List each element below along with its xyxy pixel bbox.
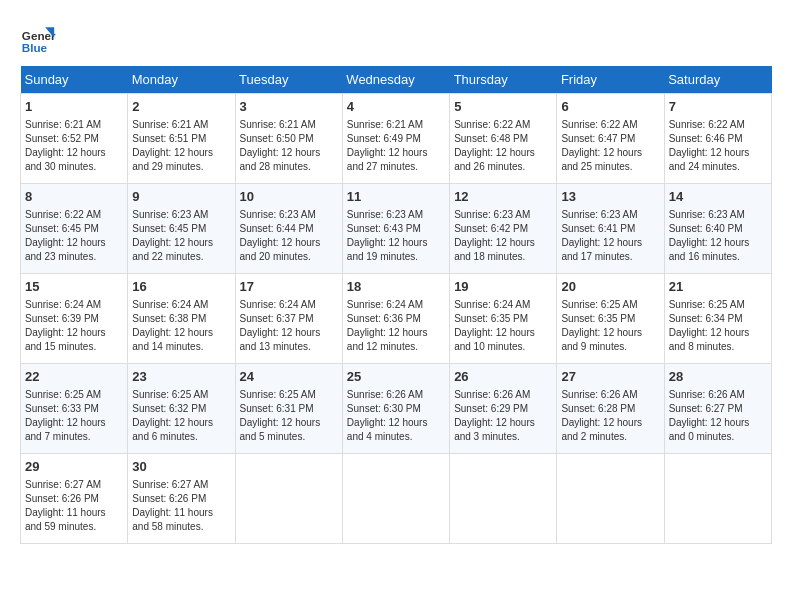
sunset-text: Sunset: 6:32 PM (132, 403, 206, 414)
sunset-text: Sunset: 6:31 PM (240, 403, 314, 414)
day-number: 7 (669, 98, 767, 116)
daylight-text: Daylight: 12 hours and 15 minutes. (25, 327, 106, 352)
day-number: 16 (132, 278, 230, 296)
sunset-text: Sunset: 6:27 PM (669, 403, 743, 414)
day-number: 17 (240, 278, 338, 296)
calendar-day-cell: 16Sunrise: 6:24 AMSunset: 6:38 PMDayligh… (128, 274, 235, 364)
logo-icon: General Blue (20, 20, 56, 56)
calendar-week-row: 29Sunrise: 6:27 AMSunset: 6:26 PMDayligh… (21, 454, 772, 544)
calendar-table: SundayMondayTuesdayWednesdayThursdayFrid… (20, 66, 772, 544)
page-header: General Blue (20, 20, 772, 56)
daylight-text: Daylight: 11 hours and 59 minutes. (25, 507, 106, 532)
sunrise-text: Sunrise: 6:23 AM (132, 209, 208, 220)
daylight-text: Daylight: 12 hours and 20 minutes. (240, 237, 321, 262)
sunset-text: Sunset: 6:43 PM (347, 223, 421, 234)
calendar-day-cell: 4Sunrise: 6:21 AMSunset: 6:49 PMDaylight… (342, 94, 449, 184)
sunset-text: Sunset: 6:39 PM (25, 313, 99, 324)
col-header-sunday: Sunday (21, 66, 128, 94)
calendar-day-cell: 22Sunrise: 6:25 AMSunset: 6:33 PMDayligh… (21, 364, 128, 454)
calendar-day-cell: 6Sunrise: 6:22 AMSunset: 6:47 PMDaylight… (557, 94, 664, 184)
sunrise-text: Sunrise: 6:26 AM (347, 389, 423, 400)
sunset-text: Sunset: 6:29 PM (454, 403, 528, 414)
sunrise-text: Sunrise: 6:21 AM (240, 119, 316, 130)
daylight-text: Daylight: 12 hours and 7 minutes. (25, 417, 106, 442)
col-header-friday: Friday (557, 66, 664, 94)
sunset-text: Sunset: 6:47 PM (561, 133, 635, 144)
calendar-day-cell: 2Sunrise: 6:21 AMSunset: 6:51 PMDaylight… (128, 94, 235, 184)
daylight-text: Daylight: 12 hours and 10 minutes. (454, 327, 535, 352)
calendar-week-row: 1Sunrise: 6:21 AMSunset: 6:52 PMDaylight… (21, 94, 772, 184)
sunset-text: Sunset: 6:35 PM (454, 313, 528, 324)
sunset-text: Sunset: 6:34 PM (669, 313, 743, 324)
day-number: 22 (25, 368, 123, 386)
daylight-text: Daylight: 12 hours and 0 minutes. (669, 417, 750, 442)
daylight-text: Daylight: 12 hours and 27 minutes. (347, 147, 428, 172)
sunrise-text: Sunrise: 6:24 AM (347, 299, 423, 310)
sunrise-text: Sunrise: 6:22 AM (25, 209, 101, 220)
sunrise-text: Sunrise: 6:23 AM (561, 209, 637, 220)
sunrise-text: Sunrise: 6:23 AM (347, 209, 423, 220)
daylight-text: Daylight: 12 hours and 22 minutes. (132, 237, 213, 262)
calendar-day-cell: 30Sunrise: 6:27 AMSunset: 6:26 PMDayligh… (128, 454, 235, 544)
daylight-text: Daylight: 12 hours and 25 minutes. (561, 147, 642, 172)
day-number: 14 (669, 188, 767, 206)
calendar-day-cell: 19Sunrise: 6:24 AMSunset: 6:35 PMDayligh… (450, 274, 557, 364)
sunset-text: Sunset: 6:40 PM (669, 223, 743, 234)
sunset-text: Sunset: 6:45 PM (132, 223, 206, 234)
daylight-text: Daylight: 12 hours and 16 minutes. (669, 237, 750, 262)
calendar-day-cell: 28Sunrise: 6:26 AMSunset: 6:27 PMDayligh… (664, 364, 771, 454)
calendar-header-row: SundayMondayTuesdayWednesdayThursdayFrid… (21, 66, 772, 94)
daylight-text: Daylight: 12 hours and 18 minutes. (454, 237, 535, 262)
sunrise-text: Sunrise: 6:25 AM (25, 389, 101, 400)
sunrise-text: Sunrise: 6:22 AM (561, 119, 637, 130)
calendar-day-cell: 20Sunrise: 6:25 AMSunset: 6:35 PMDayligh… (557, 274, 664, 364)
sunrise-text: Sunrise: 6:24 AM (132, 299, 208, 310)
calendar-day-cell (557, 454, 664, 544)
calendar-day-cell: 29Sunrise: 6:27 AMSunset: 6:26 PMDayligh… (21, 454, 128, 544)
daylight-text: Daylight: 12 hours and 2 minutes. (561, 417, 642, 442)
daylight-text: Daylight: 12 hours and 17 minutes. (561, 237, 642, 262)
sunset-text: Sunset: 6:33 PM (25, 403, 99, 414)
calendar-day-cell: 27Sunrise: 6:26 AMSunset: 6:28 PMDayligh… (557, 364, 664, 454)
col-header-saturday: Saturday (664, 66, 771, 94)
calendar-day-cell: 17Sunrise: 6:24 AMSunset: 6:37 PMDayligh… (235, 274, 342, 364)
sunset-text: Sunset: 6:37 PM (240, 313, 314, 324)
sunset-text: Sunset: 6:30 PM (347, 403, 421, 414)
sunset-text: Sunset: 6:28 PM (561, 403, 635, 414)
day-number: 28 (669, 368, 767, 386)
day-number: 2 (132, 98, 230, 116)
day-number: 24 (240, 368, 338, 386)
sunrise-text: Sunrise: 6:21 AM (347, 119, 423, 130)
daylight-text: Daylight: 12 hours and 29 minutes. (132, 147, 213, 172)
calendar-day-cell: 23Sunrise: 6:25 AMSunset: 6:32 PMDayligh… (128, 364, 235, 454)
day-number: 15 (25, 278, 123, 296)
sunrise-text: Sunrise: 6:21 AM (25, 119, 101, 130)
calendar-day-cell (342, 454, 449, 544)
sunrise-text: Sunrise: 6:24 AM (454, 299, 530, 310)
daylight-text: Daylight: 12 hours and 14 minutes. (132, 327, 213, 352)
calendar-day-cell: 3Sunrise: 6:21 AMSunset: 6:50 PMDaylight… (235, 94, 342, 184)
daylight-text: Daylight: 12 hours and 30 minutes. (25, 147, 106, 172)
sunset-text: Sunset: 6:42 PM (454, 223, 528, 234)
sunrise-text: Sunrise: 6:27 AM (132, 479, 208, 490)
calendar-day-cell (450, 454, 557, 544)
calendar-day-cell: 9Sunrise: 6:23 AMSunset: 6:45 PMDaylight… (128, 184, 235, 274)
sunrise-text: Sunrise: 6:26 AM (669, 389, 745, 400)
calendar-day-cell: 1Sunrise: 6:21 AMSunset: 6:52 PMDaylight… (21, 94, 128, 184)
calendar-day-cell: 5Sunrise: 6:22 AMSunset: 6:48 PMDaylight… (450, 94, 557, 184)
sunset-text: Sunset: 6:38 PM (132, 313, 206, 324)
calendar-day-cell (664, 454, 771, 544)
calendar-day-cell: 14Sunrise: 6:23 AMSunset: 6:40 PMDayligh… (664, 184, 771, 274)
day-number: 29 (25, 458, 123, 476)
daylight-text: Daylight: 12 hours and 28 minutes. (240, 147, 321, 172)
sunset-text: Sunset: 6:48 PM (454, 133, 528, 144)
day-number: 1 (25, 98, 123, 116)
calendar-day-cell: 21Sunrise: 6:25 AMSunset: 6:34 PMDayligh… (664, 274, 771, 364)
logo: General Blue (20, 20, 56, 56)
sunrise-text: Sunrise: 6:25 AM (132, 389, 208, 400)
day-number: 19 (454, 278, 552, 296)
day-number: 25 (347, 368, 445, 386)
calendar-day-cell (235, 454, 342, 544)
sunset-text: Sunset: 6:45 PM (25, 223, 99, 234)
sunset-text: Sunset: 6:52 PM (25, 133, 99, 144)
